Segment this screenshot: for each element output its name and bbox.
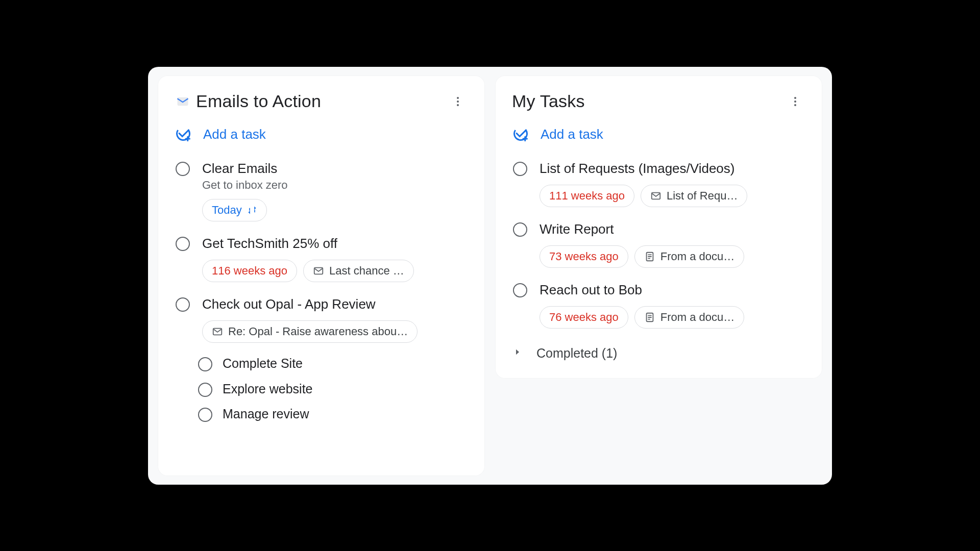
task-title: List of Requests (Images/Videos) [540,160,804,178]
task-body: Write Report 73 weeks ago From a docu… [540,220,804,268]
list-more-button[interactable] [448,91,468,112]
list-header: My Tasks [510,88,807,122]
list-title: Emails to Action [196,91,321,111]
task-title: Explore website [223,381,470,398]
mail-icon [313,265,324,277]
chip-text: From a docu… [660,311,735,324]
task-item[interactable]: Get TechSmith 25% off 116 weeks ago Last… [173,230,470,290]
task-title: Write Report [540,220,804,238]
task-complete-checkbox[interactable] [176,297,190,312]
task-date-chip[interactable]: Today [202,199,267,221]
list-title-wrap: Emails to Action [175,91,321,111]
add-task-button[interactable]: Add a task [510,122,807,155]
mail-icon [212,326,223,337]
task-list-emails: Emails to Action Add a task [158,76,484,475]
tasks-panel: Emails to Action Add a task [148,67,832,485]
task-item[interactable]: Reach out to Bob 76 weeks ago From a doc… [510,276,807,337]
completed-label: Completed (1) [536,346,617,361]
doc-icon [644,251,655,262]
add-task-label: Add a task [203,127,266,142]
doc-icon [644,312,655,323]
add-task-icon [513,126,528,143]
task-date-chip[interactable]: 76 weeks ago [540,306,628,329]
repeat-icon [247,205,257,215]
chip-text: Re: Opal - Raise awareness abou… [228,325,408,338]
task-body: Get TechSmith 25% off 116 weeks ago Last… [202,235,467,282]
task-date-chip[interactable]: 116 weeks ago [202,260,297,282]
task-list-mytasks: My Tasks Add a task [496,76,822,378]
task-complete-checkbox[interactable] [513,283,527,297]
chip-text: 116 weeks ago [212,264,287,278]
add-task-button[interactable]: Add a task [173,122,470,155]
task-complete-checkbox[interactable] [176,162,190,176]
task-item[interactable]: List of Requests (Images/Videos) 111 wee… [510,155,807,215]
task-body: List of Requests (Images/Videos) 111 wee… [540,160,804,207]
task-complete-checkbox[interactable] [513,162,527,176]
add-task-icon [176,126,191,143]
task-title: Manage review [223,406,470,423]
task-link-chip[interactable]: List of Requ… [641,185,747,207]
task-complete-checkbox[interactable] [513,222,527,237]
list-title-wrap: My Tasks [512,91,585,111]
task-date-chip[interactable]: 111 weeks ago [540,185,634,207]
list-emoji-icon [175,93,191,110]
task-item[interactable]: Clear Emails Get to inbox zero Today [173,155,470,230]
svg-point-2 [457,101,459,103]
task-complete-checkbox[interactable] [176,237,190,251]
task-body: Check out Opal - App Review Re: Opal - R… [202,295,467,343]
chip-text: From a docu… [660,250,735,263]
task-item[interactable]: Check out Opal - App Review Re: Opal - R… [173,290,470,351]
task-link-chip[interactable]: From a docu… [634,306,745,329]
task-body: Reach out to Bob 76 weeks ago From a doc… [540,281,804,329]
task-body: Clear Emails Get to inbox zero Today [202,160,467,221]
task-item[interactable]: Manage review [198,402,470,427]
chip-text: Last chance … [329,264,404,278]
list-more-button[interactable] [785,91,805,112]
svg-point-7 [794,97,796,99]
more-vert-icon [789,95,801,108]
task-subtitle: Get to inbox zero [202,179,467,192]
list-title: My Tasks [512,91,585,111]
chip-text: 111 weeks ago [549,189,625,203]
chip-text: 73 weeks ago [549,250,619,263]
completed-section-toggle[interactable]: Completed (1) [510,337,807,364]
svg-point-3 [457,104,459,106]
task-title: Get TechSmith 25% off [202,235,467,253]
task-item[interactable]: Write Report 73 weeks ago From a docu… [510,215,807,276]
chip-text: 76 weeks ago [549,311,619,324]
svg-point-9 [794,104,796,106]
chevron-right-icon [513,347,522,359]
task-title: Reach out to Bob [540,281,804,299]
subtask-list: Complete Site Explore website Manage rev… [198,351,470,427]
task-title: Clear Emails [202,160,467,178]
task-date-chip[interactable]: 73 weeks ago [540,245,628,268]
task-complete-checkbox[interactable] [198,408,212,422]
chip-text: Today [212,204,242,217]
add-task-label: Add a task [541,127,603,142]
task-link-chip[interactable]: Re: Opal - Raise awareness abou… [202,320,418,343]
svg-point-8 [794,101,796,103]
more-vert-icon [452,95,464,108]
chip-text: List of Requ… [667,189,738,203]
task-item[interactable]: Explore website [198,377,470,402]
task-complete-checkbox[interactable] [198,357,212,371]
task-title: Check out Opal - App Review [202,295,467,313]
svg-point-1 [457,97,459,99]
task-title: Complete Site [223,355,470,372]
task-link-chip[interactable]: From a docu… [634,245,745,268]
mail-icon [650,190,662,202]
task-link-chip[interactable]: Last chance … [303,260,414,282]
task-item[interactable]: Complete Site [198,351,470,377]
task-complete-checkbox[interactable] [198,383,212,397]
list-header: Emails to Action [173,88,470,122]
